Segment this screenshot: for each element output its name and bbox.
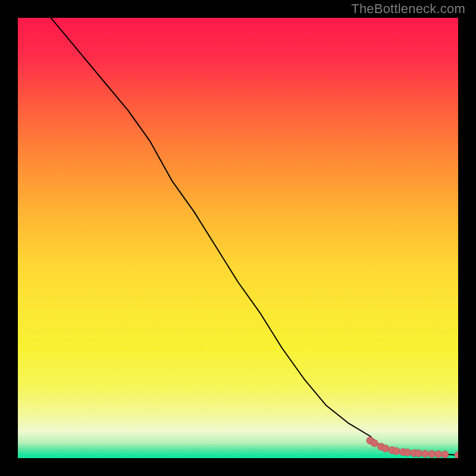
curve-markers	[367, 437, 458, 458]
data-marker	[393, 447, 400, 455]
data-marker	[371, 440, 378, 447]
attribution-text: TheBottleneck.com	[351, 1, 465, 17]
data-marker	[404, 449, 411, 456]
data-marker	[422, 450, 429, 458]
data-marker	[415, 450, 422, 457]
plot-area	[18, 18, 458, 458]
curve-line	[40, 18, 458, 455]
chart-container: TheBottleneck.com	[0, 0, 476, 476]
data-marker	[441, 451, 449, 458]
data-marker	[455, 452, 458, 458]
data-marker	[382, 445, 389, 452]
chart-overlay	[18, 18, 458, 458]
data-marker	[428, 450, 436, 458]
data-marker	[435, 450, 442, 458]
